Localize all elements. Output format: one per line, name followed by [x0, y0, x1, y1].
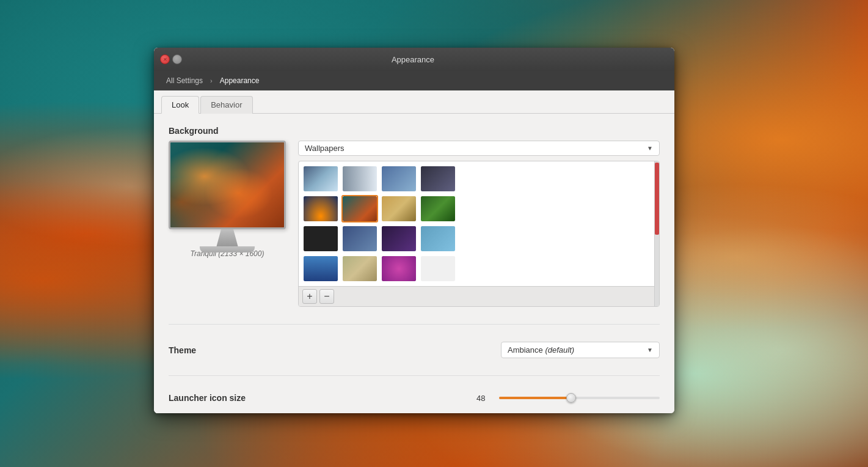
wallpaper-grid [299, 161, 659, 286]
background-section: Background Tranquil (2133 × 1600) [169, 126, 660, 307]
wallpaper-item-8[interactable] [420, 195, 456, 222]
launcher-section: Launcher icon size 48 [169, 393, 660, 403]
tabs-bar: Look Behavior [154, 90, 674, 114]
wallpaper-item-12[interactable] [420, 225, 456, 252]
wallpaper-item-3[interactable] [381, 165, 417, 193]
wallpaper-item-6[interactable] [341, 195, 378, 222]
wallpaper-item-1[interactable] [302, 165, 339, 193]
wallpaper-controls: + − [299, 286, 659, 306]
tab-look[interactable]: Look [161, 96, 199, 114]
breadcrumb-bar: All Settings › Appearance [154, 71, 674, 90]
wallpaper-item-10[interactable] [341, 225, 378, 252]
close-button[interactable] [160, 54, 170, 64]
theme-dropdown[interactable]: Ambiance (default) ▼ [501, 342, 660, 358]
theme-section: Theme Ambiance (default) ▼ [169, 342, 660, 358]
wallpaper-panel: Wallpapers ▼ [298, 141, 660, 307]
breadcrumb-appearance[interactable]: Appearance [215, 75, 264, 87]
wallpaper-item-14[interactable] [341, 255, 378, 282]
scrollbar-track[interactable] [654, 161, 659, 306]
scrollbar-thumb[interactable] [655, 163, 659, 235]
theme-dropdown-arrow: ▼ [647, 347, 653, 353]
wallpapers-dropdown-arrow: ▼ [647, 145, 653, 152]
tab-behavior[interactable]: Behavior [200, 96, 252, 114]
background-content: Tranquil (2133 × 1600) Wallpapers ▼ [169, 141, 660, 307]
divider-2 [169, 375, 660, 376]
launcher-size-value: 48 [476, 394, 492, 403]
wallpaper-item-9[interactable] [302, 225, 339, 252]
monitor-base [200, 246, 255, 252]
window-controls [160, 54, 182, 64]
monitor-stand [212, 229, 243, 246]
wallpaper-grid-container: + − [298, 161, 660, 307]
slider-fill [499, 397, 571, 399]
wallpapers-dropdown[interactable]: Wallpapers ▼ [298, 141, 660, 156]
minimize-button[interactable] [172, 54, 182, 64]
wallpaper-item-11[interactable] [381, 225, 417, 252]
divider-1 [169, 324, 660, 325]
wallpapers-dropdown-label: Wallpapers [305, 144, 345, 153]
launcher-slider[interactable] [499, 397, 660, 399]
breadcrumb-separator: › [210, 77, 213, 84]
wallpaper-item-7[interactable] [381, 195, 417, 222]
monitor-frame [169, 141, 286, 229]
wallpaper-item-5[interactable] [302, 195, 339, 222]
slider-row: 48 [476, 394, 660, 403]
content-area: Look Behavior Background [154, 90, 674, 413]
launcher-label: Launcher icon size [169, 393, 266, 403]
theme-label: Theme [169, 345, 266, 355]
slider-thumb[interactable] [566, 393, 576, 403]
wallpaper-item-13[interactable] [302, 255, 339, 282]
preview-area: Tranquil (2133 × 1600) [169, 141, 286, 258]
background-label: Background [169, 126, 660, 136]
titlebar: Appearance [154, 48, 674, 71]
look-panel: Background Tranquil (2133 × 1600) [154, 114, 674, 413]
window-title: Appearance [188, 55, 638, 64]
theme-value: Ambiance (default) [508, 345, 574, 355]
wallpaper-item-2[interactable] [341, 165, 378, 193]
breadcrumb-all-settings[interactable]: All Settings [161, 75, 208, 87]
wallpaper-item-15[interactable] [381, 255, 417, 282]
add-wallpaper-button[interactable]: + [302, 289, 317, 304]
appearance-window: Appearance All Settings › Appearance Loo… [154, 48, 674, 413]
wallpaper-item-16[interactable] [420, 255, 456, 282]
monitor-preview [169, 141, 286, 245]
monitor-screen [170, 142, 284, 227]
wallpaper-item-4[interactable] [420, 165, 456, 193]
remove-wallpaper-button[interactable]: − [319, 289, 334, 304]
